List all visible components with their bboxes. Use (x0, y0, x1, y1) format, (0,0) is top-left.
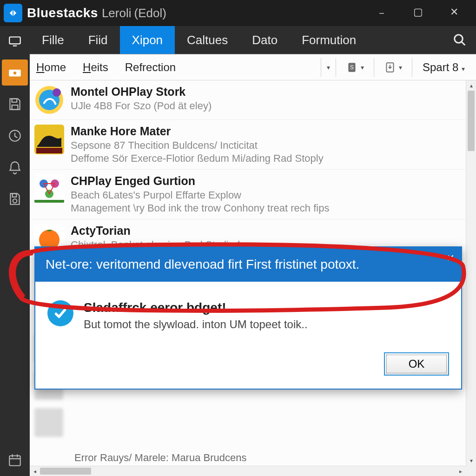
spart-dropdown[interactable]: Spart 8 ▾ (418, 61, 469, 74)
svg-rect-0 (9, 37, 20, 44)
menu-xipon[interactable]: Xipon (120, 26, 175, 54)
subtab-refrection[interactable]: Refrection (125, 61, 176, 74)
list-subtitle: Beach 6Lates's Purpol Effarte Explow (71, 189, 459, 202)
menu-fille[interactable]: Fille (30, 26, 76, 54)
list-subtitle: UJle 4B8 For Szo (Pod ät eley) (71, 99, 459, 112)
menu-dato[interactable]: Dato (240, 26, 290, 54)
save-icon[interactable] (2, 91, 28, 117)
list-subtitle: Management \ry Bod ink the trow Conhony … (71, 202, 459, 215)
dialog-message-title: Sladaffrck eeror bdget! (84, 300, 308, 315)
svg-rect-8 (9, 456, 20, 465)
subtab-heits[interactable]: Heits (83, 61, 108, 74)
svg-rect-3 (12, 99, 17, 102)
side-toolstrip (0, 26, 30, 476)
check-icon (47, 300, 73, 326)
list-title: Montel OHPlay Stork (71, 85, 459, 99)
disk-icon[interactable] (2, 186, 28, 212)
svg-point-7 (13, 199, 17, 203)
app-title-paren: (Edol) (134, 6, 166, 20)
svg-point-2 (13, 71, 17, 75)
window-controls: － ▢ ✕ (375, 6, 472, 20)
menu-bar: Fille Fiid Xipon Caltues Dato Formution (30, 26, 476, 54)
dropdown-1[interactable]: ▾ (327, 64, 330, 71)
monitor-icon[interactable] (2, 28, 28, 54)
svg-rect-6 (13, 193, 17, 197)
sub-tab-bar: Home Heits Refrection ▾ S ▾ ▾ (30, 54, 476, 80)
list-item[interactable]: Montel OHPlay Stork UJle 4B8 For Szo (Po… (30, 80, 466, 120)
svg-point-9 (455, 35, 463, 43)
vertical-scrollbar[interactable]: ▴ ▾ (466, 80, 476, 466)
app-thumb-0 (34, 85, 64, 115)
list-item[interactable]: Manke Hore Mater Sepsone 87 Thecition Bu… (30, 120, 466, 170)
close-button[interactable]: ✕ (447, 6, 461, 20)
minimize-button[interactable]: － (375, 6, 389, 20)
camera-icon[interactable] (2, 60, 28, 86)
toolbar-export-button[interactable]: ▾ (380, 59, 406, 76)
horizontal-scrollbar[interactable]: ◂ ▸ (30, 466, 466, 476)
dialog-header: Net-ore: veritomend dlevenoad firt First… (35, 247, 461, 282)
svg-rect-4 (12, 105, 18, 110)
app-title: Bluestacks (27, 6, 98, 20)
subtab-home[interactable]: Home (36, 61, 66, 74)
svg-text:S: S (350, 64, 354, 71)
close-icon[interactable]: ✕ (447, 252, 455, 264)
calendar-icon[interactable] (2, 447, 28, 473)
app-thumb-2 (34, 174, 64, 204)
menu-fiid[interactable]: Fiid (76, 26, 120, 54)
list-subtitle: Sepsone 87 Thecition Buldcens/ Incticita… (71, 139, 459, 152)
list-title: ActyTorian (71, 224, 459, 238)
list-title: Manke Hore Mater (71, 125, 459, 138)
toolbar-doc-button[interactable]: S ▾ (342, 59, 368, 76)
svg-rect-18 (34, 174, 64, 204)
menu-caltues[interactable]: Caltues (175, 26, 240, 54)
search-icon[interactable] (443, 26, 476, 54)
list-title: CHPlay Enged Gurtion (71, 174, 459, 188)
list-subtitle: Deffome Sör Exerce-Flotior ßedum Mi/adin… (71, 152, 459, 165)
svg-point-15 (53, 88, 61, 97)
menu-formution[interactable]: Formution (290, 26, 368, 54)
title-bar: Bluestacks Leroli (Edol) － ▢ ✕ (0, 0, 476, 26)
maximize-button[interactable]: ▢ (411, 6, 425, 20)
modal-dialog: Net-ore: veritomend dlevenoad firt First… (34, 246, 462, 390)
dialog-message-body: But tomot the slywload. inton UM topeet … (84, 318, 308, 331)
app-subtitle: Leroli (102, 6, 132, 20)
app-thumb-1 (34, 125, 64, 154)
clock-icon[interactable] (2, 123, 28, 149)
faint-row: Error Rauys/ Marele: Marua Brudcens (74, 451, 447, 464)
app-icon (4, 4, 22, 22)
svg-rect-17 (36, 148, 62, 153)
bell-icon[interactable] (2, 154, 28, 180)
ok-button[interactable]: OK (384, 352, 449, 376)
list-item[interactable]: CHPlay Enged Gurtion Beach 6Lates's Purp… (30, 170, 466, 219)
